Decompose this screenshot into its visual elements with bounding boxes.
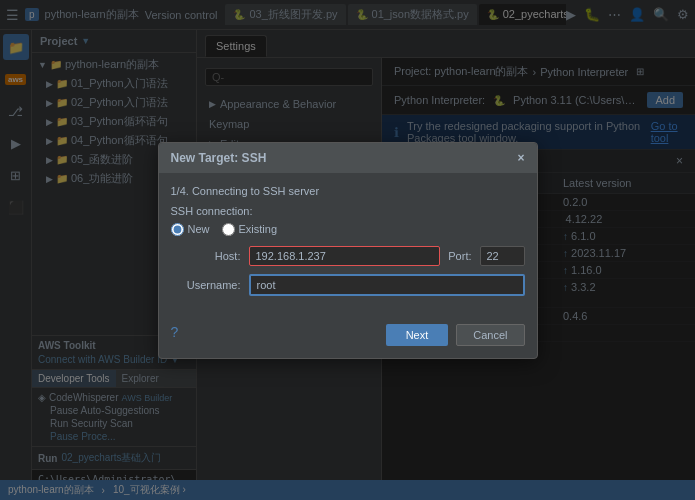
radio-existing-input[interactable] [222,223,235,236]
dialog-footer: ? Next Cancel [159,316,537,358]
radio-group: New Existing [171,223,525,236]
dialog-close-button[interactable]: × [517,151,524,165]
radio-new-input[interactable] [171,223,184,236]
username-input[interactable] [249,274,525,296]
radio-new[interactable]: New [171,223,210,236]
ssh-dialog: New Target: SSH × 1/4. Connecting to SSH… [158,142,538,359]
radio-new-label: New [188,223,210,235]
help-icon[interactable]: ? [171,324,179,346]
dialog-title-bar: New Target: SSH × [159,143,537,173]
dialog-overlay: New Target: SSH × 1/4. Connecting to SSH… [0,0,695,500]
next-button[interactable]: Next [386,324,449,346]
port-label: Port: [448,250,471,262]
dialog-title-text: New Target: SSH [171,151,267,165]
host-input[interactable] [249,246,441,266]
port-input[interactable] [480,246,525,266]
dialog-step: 1/4. Connecting to SSH server [171,185,525,197]
form-row-username: Username: [171,274,525,296]
form-row-host: Host: Port: [171,246,525,266]
host-label: Host: [171,250,241,262]
cancel-button[interactable]: Cancel [456,324,524,346]
radio-existing[interactable]: Existing [222,223,278,236]
dialog-connection-label: SSH connection: [171,205,525,217]
radio-existing-label: Existing [239,223,278,235]
dialog-body: 1/4. Connecting to SSH server SSH connec… [159,173,537,316]
username-label: Username: [171,279,241,291]
